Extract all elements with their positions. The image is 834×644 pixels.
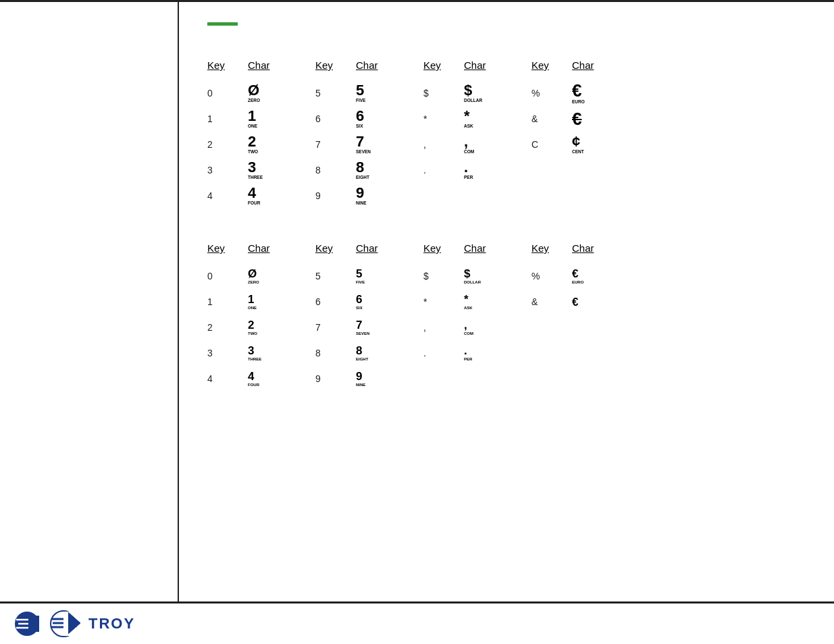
char-item: 7SEVEN <box>356 132 390 157</box>
block-4-s2: Key Char % & €EURO € <box>531 242 606 315</box>
key-item: 0 <box>207 80 231 106</box>
char-item: ¢CENT <box>572 132 606 157</box>
char-item: 8EIGHT <box>356 157 390 183</box>
key-item: 2 <box>207 132 231 157</box>
char-item: 6SIX <box>356 289 390 315</box>
key-item: & <box>531 106 555 132</box>
key-item: 9 <box>315 366 339 392</box>
key-item: * <box>423 289 447 315</box>
key-item: 6 <box>315 289 339 315</box>
block-1-s1-header: Key Char <box>207 59 282 71</box>
char-item: ,COM <box>464 132 498 157</box>
troy-brand-name: TROY <box>88 615 135 633</box>
char-col-s2-1: ØZERO 1ONE 2TWO 3THREE 4FOUR <box>248 263 282 392</box>
char-item: *ASK <box>464 289 498 315</box>
char-item: *ASK <box>464 106 498 132</box>
key-item: 7 <box>315 315 339 340</box>
key-item: 2 <box>207 315 231 340</box>
key-col-s2-4: % & <box>531 263 555 315</box>
char-item: €EURO <box>572 80 606 106</box>
key-item: $ <box>423 263 447 289</box>
key-item: 1 <box>207 289 231 315</box>
block-3-s1-body: $ * , . $DOLLAR *ASK ,COM .PER <box>423 80 498 183</box>
char-header-s2-1: Char <box>248 242 282 254</box>
char-item: 3THREE <box>248 340 282 366</box>
char-item: 3THREE <box>248 157 282 183</box>
char-item: .PER <box>464 340 498 366</box>
key-item: 0 <box>207 263 231 289</box>
block-3-s1: Key Char $ * , . $DOLLAR *ASK ,COM .PER <box>423 59 498 183</box>
char-item: 6SIX <box>356 106 390 132</box>
block-3-s1-header: Key Char <box>423 59 498 71</box>
key-col-s2-3: $ * , . <box>423 263 447 366</box>
block-2-s1-body: 5 6 7 8 9 5FIVE 6SIX 7SEVEN 8EIGHT 9NINE <box>315 80 390 209</box>
key-col-s2-1: 0 1 2 3 4 <box>207 263 231 392</box>
key-item: . <box>423 157 447 183</box>
char-header-4: Char <box>572 59 606 71</box>
block-1-s1-body: 0 1 2 3 4 ØZERO 1ONE 2TWO 3THREE 4FOUR <box>207 80 282 209</box>
key-header-s2-4: Key <box>531 242 555 254</box>
key-header-s2-3: Key <box>423 242 447 254</box>
key-item: 5 <box>315 80 339 106</box>
char-item: 9NINE <box>356 366 390 392</box>
key-col-2: 5 6 7 8 9 <box>315 80 339 209</box>
block-3-s2-header: Key Char <box>423 242 498 254</box>
char-header-s2-3: Char <box>464 242 498 254</box>
char-item: 1ONE <box>248 289 282 315</box>
char-item: $DOLLAR <box>464 80 498 106</box>
block-3-s2: Key Char $ * , . $DOLLAR *ASK ,COM .PER <box>423 242 498 366</box>
green-accent-line <box>207 22 238 26</box>
char-header-s2-2: Char <box>356 242 390 254</box>
key-item: & <box>531 289 555 315</box>
block-1-s1: Key Char 0 1 2 3 4 ØZERO 1ONE 2TWO <box>207 59 282 209</box>
troy-logo: TROY <box>14 610 135 638</box>
char-col-s2-2: 5FIVE 6SIX 7SEVEN 8EIGHT 9NINE <box>356 263 390 392</box>
char-item: ØZERO <box>248 263 282 289</box>
key-header-s2-1: Key <box>207 242 231 254</box>
char-item: 2TWO <box>248 315 282 340</box>
char-item: 5FIVE <box>356 263 390 289</box>
char-col-1: ØZERO 1ONE 2TWO 3THREE 4FOUR <box>248 80 282 209</box>
block-2-s1-header: Key Char <box>315 59 390 71</box>
char-col-3: $DOLLAR *ASK ,COM .PER <box>464 80 498 183</box>
key-item: C <box>531 132 555 157</box>
key-item: % <box>531 263 555 289</box>
char-item: 5FIVE <box>356 80 390 106</box>
key-item: 9 <box>315 183 339 209</box>
key-item: 6 <box>315 106 339 132</box>
key-header-s2-2: Key <box>315 242 339 254</box>
key-item: . <box>423 340 447 366</box>
section-1: Key Char 0 1 2 3 4 ØZERO 1ONE 2TWO <box>207 59 807 209</box>
char-item: $DOLLAR <box>464 263 498 289</box>
key-col-1: 0 1 2 3 4 <box>207 80 231 209</box>
key-item: $ <box>423 80 447 106</box>
troy-logo-svg <box>49 610 83 638</box>
key-item: 3 <box>207 157 231 183</box>
key-item: , <box>423 132 447 157</box>
char-item: ,COM <box>464 315 498 340</box>
char-header-3: Char <box>464 59 498 71</box>
key-item: 8 <box>315 157 339 183</box>
char-header-2: Char <box>356 59 390 71</box>
section-1-row: Key Char 0 1 2 3 4 ØZERO 1ONE 2TWO <box>207 59 807 209</box>
char-item: 4FOUR <box>248 366 282 392</box>
char-col-s2-3: $DOLLAR *ASK ,COM .PER <box>464 263 498 366</box>
block-2-s2-body: 5 6 7 8 9 5FIVE 6SIX 7SEVEN 8EIGHT 9NINE <box>315 263 390 392</box>
key-header-1: Key <box>207 59 231 71</box>
footer: TROY <box>0 603 834 644</box>
block-4-s1-header: Key Char <box>531 59 606 71</box>
char-col-2: 5FIVE 6SIX 7SEVEN 8EIGHT 9NINE <box>356 80 390 209</box>
char-item: 9NINE <box>356 183 390 209</box>
block-4-s2-body: % & €EURO € <box>531 263 606 315</box>
char-item: 7SEVEN <box>356 315 390 340</box>
block-2-s2: Key Char 5 6 7 8 9 5FIVE 6SIX 7SEVEN <box>315 242 390 392</box>
main-content: Key Char 0 1 2 3 4 ØZERO 1ONE 2TWO <box>180 2 834 603</box>
char-item: .PER <box>464 157 498 183</box>
char-item: €EURO <box>572 263 606 289</box>
key-item: % <box>531 80 555 106</box>
block-3-s2-body: $ * , . $DOLLAR *ASK ,COM .PER <box>423 263 498 366</box>
key-col-3: $ * , . <box>423 80 447 183</box>
key-col-4: % & C <box>531 80 555 157</box>
key-item: , <box>423 315 447 340</box>
char-item: 4FOUR <box>248 183 282 209</box>
